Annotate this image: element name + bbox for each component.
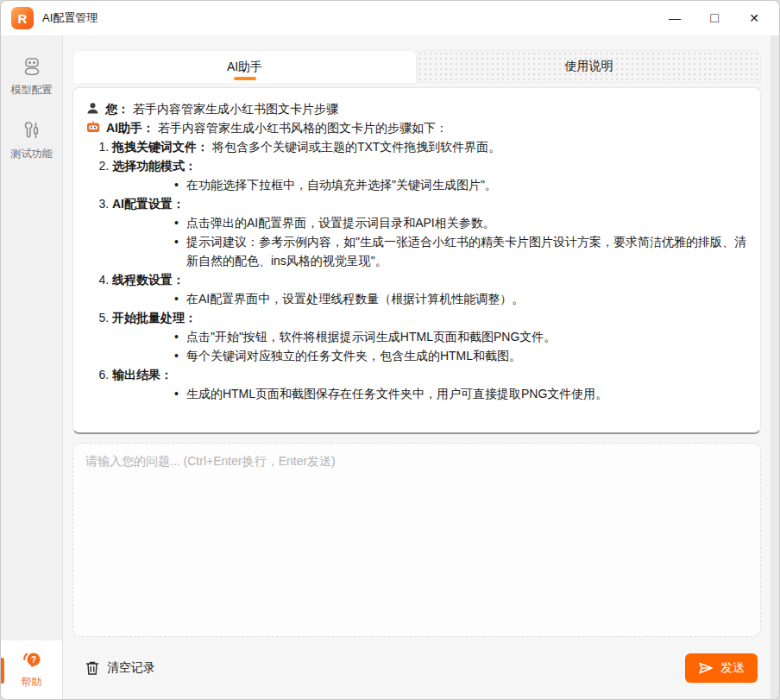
app-logo-icon: R	[11, 7, 34, 29]
message-input[interactable]	[79, 447, 755, 633]
steps-list: 拖拽关键词文件： 将包含多个关键词或主题的TXT文件拖拽到软件界面。选择功能模式…	[86, 137, 747, 403]
active-indicator	[1, 658, 4, 684]
titlebar: R AI配置管理 — □ ✕	[1, 1, 779, 35]
sidebar-item-label: 模型配置	[11, 83, 53, 98]
step-item: 输出结果：•生成的HTML页面和截图保存在任务文件夹中，用户可直接提取PNG文件…	[112, 365, 747, 403]
sidebar-item-label: 帮助	[22, 675, 42, 690]
svg-text:?: ?	[30, 655, 35, 665]
sidebar-item-test-function[interactable]: 测试功能	[1, 118, 62, 161]
tab-ai-assistant[interactable]: AI助手	[72, 50, 417, 83]
ai-message-text: AI助手： 若手内容管家生成小红书风格的图文卡片的步骤如下：	[106, 118, 448, 137]
step-bullet: •生成的HTML页面和截图保存在任务文件夹中，用户可直接提取PNG文件使用。	[112, 384, 747, 403]
step-item: 线程数设置：•在AI配置界面中，设置处理线程数量（根据计算机性能调整）。	[112, 270, 747, 308]
chat-history: 您： 若手内容管家生成小红书图文卡片步骤	[72, 87, 761, 434]
tab-bar: AI助手 使用说明	[72, 50, 761, 83]
step-item: AI配置设置：•点击弹出的AI配置界面，设置提示词目录和API相关参数。•提示词…	[112, 194, 747, 270]
main-panel: AI助手 使用说明 您：	[63, 35, 779, 700]
tab-usage-instructions[interactable]: 使用说明	[417, 50, 761, 83]
active-tab-indicator	[234, 77, 256, 80]
scrollbar[interactable]	[771, 35, 779, 700]
robot-icon	[20, 54, 44, 79]
message-input-card	[72, 443, 761, 637]
send-icon	[698, 661, 714, 675]
trash-icon	[85, 660, 99, 676]
step-bullet: •在功能选择下拉框中，自动填充并选择"关键词生成图片"。	[112, 175, 747, 194]
step-bullet: •提示词建议：参考示例内容，如"生成一张适合小红书的精美卡片图片设计方案，要求简…	[112, 232, 747, 270]
sidebar-item-label: 测试功能	[11, 147, 53, 161]
ai-message: AI助手： 若手内容管家生成小红书风格的图文卡片的步骤如下：	[86, 118, 747, 137]
ai-label: AI助手：	[106, 121, 154, 135]
tools-icon	[20, 118, 44, 142]
step-bullet: •在AI配置界面中，设置处理线程数量（根据计算机性能调整）。	[112, 289, 747, 308]
app-window: R AI配置管理 — □ ✕ 模型配置	[0, 0, 780, 700]
ai-intro-text: 若手内容管家生成小红书风格的图文卡片的步骤如下：	[158, 121, 448, 135]
tab-label: 使用说明	[565, 59, 613, 74]
window-controls: — □ ✕	[655, 4, 774, 32]
close-button[interactable]: ✕	[734, 4, 774, 32]
clear-history-button[interactable]: 清空记录	[72, 659, 160, 677]
user-label: 您：	[105, 102, 129, 116]
sidebar-item-help[interactable]: ? 帮助	[1, 640, 62, 700]
user-message: 您： 若手内容管家生成小红书图文卡片步骤	[86, 99, 747, 118]
sidebar-item-model-config[interactable]: 模型配置	[1, 54, 62, 98]
step-item: 选择功能模式：•在功能选择下拉框中，自动填充并选择"关键词生成图片"。	[112, 156, 747, 194]
user-avatar-icon	[86, 102, 99, 115]
step-bullet: •每个关键词对应独立的任务文件夹，包含生成的HTML和截图。	[112, 346, 747, 365]
step-bullet: •点击"开始"按钮，软件将根据提示词生成HTML页面和截图PNG文件。	[112, 327, 747, 346]
footer-bar: 清空记录 发送	[72, 649, 761, 687]
step-item: 拖拽关键词文件： 将包含多个关键词或主题的TXT文件拖拽到软件界面。	[112, 137, 747, 156]
send-button[interactable]: 发送	[685, 653, 758, 683]
step-item: 开始批量处理：•点击"开始"按钮，软件将根据提示词生成HTML页面和截图PNG文…	[112, 308, 747, 365]
clear-history-label: 清空记录	[107, 660, 155, 676]
user-text: 若手内容管家生成小红书图文卡片步骤	[133, 102, 338, 116]
window-title: AI配置管理	[42, 10, 98, 26]
ai-robot-avatar-icon	[86, 121, 100, 134]
minimize-button[interactable]: —	[655, 4, 695, 32]
step-bullet: •点击弹出的AI配置界面，设置提示词目录和API相关参数。	[112, 213, 747, 232]
user-message-text: 您： 若手内容管家生成小红书图文卡片步骤	[105, 99, 338, 118]
tab-label: AI助手	[227, 60, 262, 75]
send-label: 发送	[720, 660, 745, 676]
maximize-button[interactable]: □	[695, 4, 734, 32]
help-icon: ?	[20, 648, 44, 672]
sidebar: 模型配置 测试功能	[1, 35, 63, 700]
